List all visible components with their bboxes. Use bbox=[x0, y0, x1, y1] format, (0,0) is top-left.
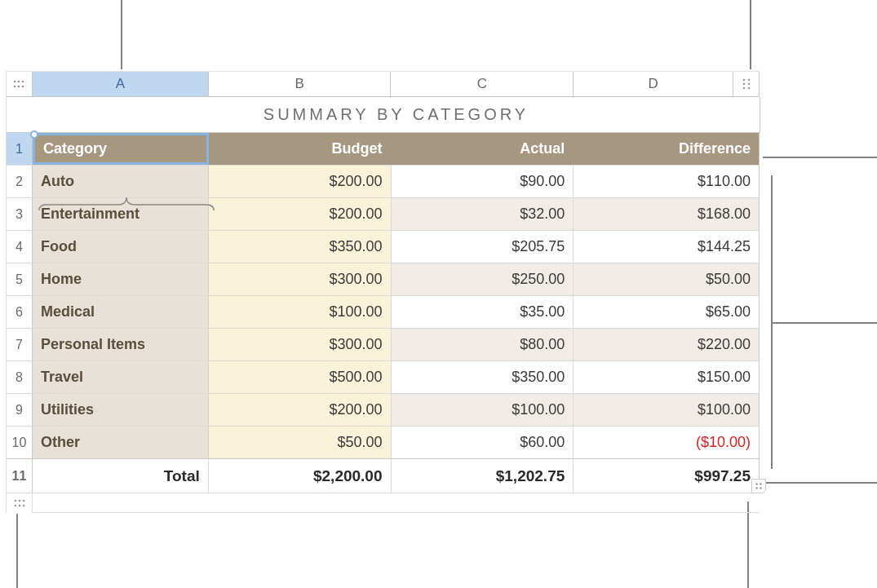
column-ref-b[interactable]: B bbox=[209, 72, 392, 96]
cell-b1[interactable]: Budget bbox=[209, 133, 392, 165]
svg-point-18 bbox=[755, 483, 758, 485]
cell-d2-value: $110.00 bbox=[698, 173, 751, 190]
table-row: 6Medical$100.00$35.00$65.00 bbox=[7, 296, 760, 329]
selection-handle-icon[interactable] bbox=[30, 130, 38, 139]
cell-b5[interactable]: $300.00 bbox=[209, 263, 392, 295]
cell-d8[interactable]: $150.00 bbox=[574, 361, 760, 393]
total-diff: $997.25 bbox=[694, 467, 751, 485]
table-title[interactable]: SUMMARY BY CATEGORY bbox=[7, 97, 760, 133]
cell-c6-value: $35.00 bbox=[520, 303, 565, 321]
cell-a7[interactable]: Personal Items bbox=[33, 329, 209, 360]
cell-b7[interactable]: $300.00 bbox=[209, 329, 392, 360]
cell-c6[interactable]: $35.00 bbox=[392, 296, 574, 328]
cell-c11[interactable]: $1,202.75 bbox=[392, 459, 574, 493]
row-ref-10[interactable]: 10 bbox=[7, 427, 33, 458]
row-ref-7[interactable]: 7 bbox=[7, 329, 33, 360]
svg-point-9 bbox=[742, 79, 745, 82]
svg-point-2 bbox=[22, 81, 24, 83]
cell-d9[interactable]: $100.00 bbox=[574, 394, 760, 426]
cell-c8[interactable]: $350.00 bbox=[392, 361, 574, 393]
row-ref-3[interactable]: 3 bbox=[7, 198, 33, 230]
cell-a1-selected[interactable]: Category bbox=[33, 133, 209, 165]
cell-d3[interactable]: $168.00 bbox=[574, 198, 760, 230]
cell-c7[interactable]: $80.00 bbox=[392, 329, 574, 360]
column-ref-d[interactable]: D bbox=[574, 72, 733, 96]
cell-c3[interactable]: $32.00 bbox=[392, 198, 574, 230]
svg-point-1 bbox=[18, 81, 20, 83]
cell-a4-value: Food bbox=[41, 238, 77, 255]
cell-a5-value: Home bbox=[41, 271, 82, 288]
cell-b4[interactable]: $350.00 bbox=[209, 231, 392, 263]
cell-a9-value: Utilities bbox=[41, 401, 94, 418]
row-ref-2[interactable]: 2 bbox=[7, 166, 33, 197]
cell-b11[interactable]: $2,200.00 bbox=[209, 459, 392, 493]
cell-d8-value: $150.00 bbox=[698, 369, 751, 386]
add-row-handle[interactable] bbox=[7, 493, 33, 513]
row-ref-5[interactable]: 5 bbox=[7, 263, 33, 295]
cell-d7[interactable]: $220.00 bbox=[574, 329, 760, 360]
row-ref-6[interactable]: 6 bbox=[7, 296, 33, 328]
cell-c1[interactable]: Actual bbox=[391, 133, 574, 165]
cell-b4-value: $350.00 bbox=[329, 238, 382, 255]
cell-d6[interactable]: $65.00 bbox=[574, 296, 760, 328]
cell-b6[interactable]: $100.00 bbox=[209, 296, 392, 328]
svg-point-11 bbox=[742, 87, 745, 90]
cell-a3-value: Entertainment bbox=[41, 206, 140, 223]
cell-c4-value: $205.75 bbox=[512, 238, 565, 255]
total-label: Total bbox=[164, 467, 200, 485]
cell-d4[interactable]: $144.25 bbox=[574, 231, 760, 263]
cell-a4[interactable]: Food bbox=[33, 231, 209, 263]
row-ref-4[interactable]: 4 bbox=[7, 231, 33, 263]
cell-a5[interactable]: Home bbox=[33, 263, 209, 295]
cell-a6-value: Medical bbox=[41, 303, 95, 321]
cell-d10[interactable]: ($10.00) bbox=[574, 427, 760, 458]
cell-c5[interactable]: $250.00 bbox=[392, 263, 574, 295]
cell-c9-value: $100.00 bbox=[512, 401, 565, 418]
cell-d2[interactable]: $110.00 bbox=[574, 166, 760, 197]
cell-d6-value: $65.00 bbox=[706, 303, 751, 321]
svg-point-5 bbox=[22, 86, 24, 88]
cell-b7-value: $300.00 bbox=[329, 336, 382, 353]
cell-a9[interactable]: Utilities bbox=[33, 394, 209, 426]
column-ref-a[interactable]: A bbox=[33, 72, 209, 96]
cell-c9[interactable]: $100.00 bbox=[392, 394, 574, 426]
cell-d11[interactable]: $997.25 bbox=[574, 459, 760, 493]
cell-a8[interactable]: Travel bbox=[33, 361, 209, 393]
row-ref-1[interactable]: 1 bbox=[7, 133, 33, 165]
footer-total-row: 11 Total $2,200.00 $1,202.75 $997.25 bbox=[7, 459, 760, 493]
header-actual-label: Actual bbox=[520, 140, 565, 157]
cell-c3-value: $32.00 bbox=[520, 206, 565, 223]
cell-b8[interactable]: $500.00 bbox=[209, 361, 392, 393]
cell-b8-value: $500.00 bbox=[329, 369, 382, 386]
cell-a11[interactable]: Total bbox=[33, 459, 209, 493]
cell-d5-value: $50.00 bbox=[706, 271, 751, 288]
row-ref-11[interactable]: 11 bbox=[7, 459, 33, 493]
cell-c4[interactable]: $205.75 bbox=[392, 231, 574, 263]
cell-a6[interactable]: Medical bbox=[33, 296, 209, 328]
cell-d5[interactable]: $50.00 bbox=[574, 263, 760, 295]
row-ref-8[interactable]: 8 bbox=[7, 361, 33, 393]
cell-d1[interactable]: Difference bbox=[574, 133, 760, 165]
row-ref-9[interactable]: 9 bbox=[7, 394, 33, 426]
cell-a2[interactable]: Auto bbox=[33, 166, 209, 197]
cell-b2[interactable]: $200.00 bbox=[209, 166, 392, 197]
cell-c7-value: $80.00 bbox=[520, 336, 565, 353]
cell-b3[interactable]: $200.00 bbox=[209, 198, 392, 230]
cell-b10[interactable]: $50.00 bbox=[209, 427, 392, 458]
cell-b9[interactable]: $200.00 bbox=[209, 394, 392, 426]
cell-c2[interactable]: $90.00 bbox=[392, 166, 574, 197]
add-column-handle[interactable] bbox=[733, 72, 760, 96]
cell-c10[interactable]: $60.00 bbox=[392, 427, 574, 458]
cell-d3-value: $168.00 bbox=[698, 206, 751, 223]
svg-point-19 bbox=[760, 483, 762, 485]
table-row: 9Utilities$200.00$100.00$100.00 bbox=[7, 394, 760, 427]
svg-point-16 bbox=[18, 505, 20, 507]
cell-a8-value: Travel bbox=[41, 369, 83, 386]
svg-point-4 bbox=[18, 86, 20, 88]
table-handle-top-left[interactable] bbox=[7, 72, 33, 96]
table-resize-handle[interactable] bbox=[751, 479, 766, 493]
total-budget: $2,200.00 bbox=[313, 467, 383, 485]
column-ref-c[interactable]: C bbox=[391, 72, 574, 96]
cell-a10[interactable]: Other bbox=[33, 427, 209, 458]
cell-a3[interactable]: Entertainment bbox=[33, 198, 209, 230]
